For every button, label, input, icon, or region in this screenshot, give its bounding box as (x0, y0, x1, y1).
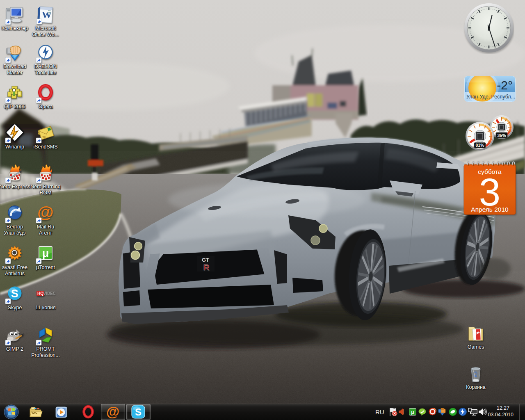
svg-text:μ: μ (411, 409, 414, 415)
svg-text:GT: GT (202, 257, 209, 263)
svg-text:Улан-Уде, Республ...: Улан-Уде, Республ... (466, 94, 515, 100)
svg-text:@: @ (106, 405, 119, 418)
svg-text:HQ: HQ (37, 291, 43, 296)
svg-text:-2°: -2° (497, 78, 513, 92)
svg-text:S: S (135, 406, 142, 418)
svg-text:S: S (11, 288, 18, 300)
svg-text:01%: 01% (475, 143, 484, 148)
svg-text:VIDEO: VIDEO (43, 291, 55, 296)
svg-text:μ: μ (42, 247, 49, 260)
svg-text:35%: 35% (497, 133, 506, 138)
svg-text:R: R (203, 262, 209, 272)
svg-text:Апрель 2010: Апрель 2010 (471, 206, 509, 213)
